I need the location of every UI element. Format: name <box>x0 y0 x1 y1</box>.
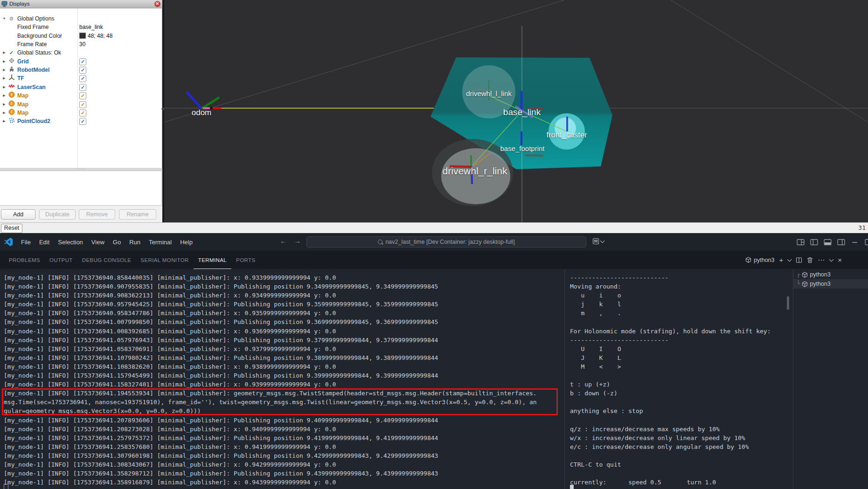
visibility-checkbox[interactable]: ✓ <box>79 67 86 74</box>
new-terminal-icon[interactable]: + <box>779 256 783 263</box>
tab-serial-monitor[interactable]: SERIAL MONITOR <box>136 251 193 269</box>
visibility-checkbox[interactable]: ✓ <box>79 75 86 82</box>
menu-terminal[interactable]: Terminal <box>145 239 176 246</box>
expander-icon[interactable]: ▶ <box>2 66 7 74</box>
visibility-checkbox[interactable]: ✓ <box>79 110 86 117</box>
color-swatch <box>79 33 86 39</box>
displays-button-bar: Add Duplicate Remove Rename <box>0 206 162 222</box>
toggle-secondary-sidebar-icon[interactable] <box>837 238 845 246</box>
minimize-icon[interactable] <box>851 238 859 246</box>
svg-text:!: ! <box>11 92 12 97</box>
svg-text:!: ! <box>11 101 12 106</box>
back-icon[interactable]: ← <box>280 237 287 245</box>
menu-go[interactable]: Go <box>109 239 125 246</box>
menu-file[interactable]: File <box>17 239 35 246</box>
tree-row-global-options[interactable]: ▼ ⚙ Global Options <box>0 14 162 23</box>
terminal-area: [my_node-1] [INFO] [1753736940.858440035… <box>0 269 868 489</box>
close-icon[interactable]: ✕ <box>154 1 160 7</box>
launch-profile-chevron-icon[interactable] <box>787 257 792 262</box>
panel-tabs-row: PROBLEMS OUTPUT DEBUG CONSOLE SERIAL MON… <box>0 251 868 269</box>
expander-icon[interactable]: ▶ <box>2 74 7 83</box>
menu-selection[interactable]: Selection <box>54 239 87 246</box>
visibility-checkbox[interactable]: ✓ <box>79 101 86 108</box>
customize-layout-icon[interactable] <box>797 238 805 246</box>
menu-run[interactable]: Run <box>125 239 145 246</box>
expander-icon[interactable]: ▶ <box>2 48 7 57</box>
tab-terminal[interactable]: TERMINAL <box>194 251 231 269</box>
expander-icon[interactable]: ▶ <box>2 91 7 100</box>
warning-icon: ! <box>8 91 15 100</box>
command-center-search[interactable]: nav2_last_time [Dev Container: jazzy des… <box>306 236 586 248</box>
maximize-icon[interactable] <box>864 238 868 246</box>
rviz-bottom-strip: Reset 31 <box>0 222 868 233</box>
reset-button[interactable]: Reset <box>1 224 22 233</box>
tree-branch-icon: └ <box>797 281 800 287</box>
tree-row-robotmodel[interactable]: ▶ RobotModel ✓ <box>0 66 162 74</box>
expander-icon[interactable]: ▶ <box>2 83 7 91</box>
active-shell[interactable]: python3 <box>745 257 774 263</box>
terminal-toolbar: python3 + ⋯ × <box>745 251 842 269</box>
terminal-list-divider[interactable] <box>793 269 793 489</box>
vscode-titlebar: File Edit Selection View Go Run Terminal… <box>0 233 868 251</box>
terminal-pane-divider[interactable] <box>564 269 565 489</box>
displays-panel-titlebar[interactable]: Displays ✕ <box>0 0 162 8</box>
tree-row-fixed-frame[interactable]: Fixed Frame base_link <box>0 23 162 31</box>
background-color-value[interactable]: 48; 48; 48 <box>79 32 112 40</box>
terminal-list-item[interactable]: ┌ python3 <box>793 270 868 279</box>
menu-view[interactable]: View <box>87 239 109 246</box>
frame-rate-value[interactable]: 30 <box>79 40 85 48</box>
expander-icon[interactable]: ▶ <box>2 117 7 125</box>
terminal-cube-icon <box>745 257 751 263</box>
tree-row-frame-rate[interactable]: Frame Rate 30 <box>0 40 162 48</box>
duplicate-button[interactable]: Duplicate <box>39 209 76 220</box>
tree-row-map-3[interactable]: ▶ ! Map ✓ <box>0 109 162 117</box>
tree-row-map-1[interactable]: ▶ ! Map ✓ <box>0 91 162 100</box>
more-actions-icon[interactable]: ⋯ <box>818 256 825 263</box>
kill-terminal-trash-icon[interactable] <box>807 257 813 263</box>
tree-row-pointcloud2[interactable]: ▶ PointCloud2 ✓ <box>0 117 162 125</box>
hide-panel-chevron-icon[interactable] <box>829 257 834 262</box>
manage-layouts-icon[interactable] <box>592 238 604 245</box>
tab-output[interactable]: OUTPUT <box>45 251 77 269</box>
tf-axis <box>525 155 543 156</box>
terminal-log-output[interactable]: [my_node-1] [INFO] [1753736940.858440035… <box>4 273 558 487</box>
svg-text:!: ! <box>11 110 12 114</box>
visibility-checkbox[interactable]: ✓ <box>79 84 86 91</box>
visibility-checkbox[interactable]: ✓ <box>79 92 86 99</box>
displays-tree[interactable]: ▼ ⚙ Global Options Fixed Frame base_link… <box>0 8 162 168</box>
terminal-list-item-selected[interactable]: └ python3 <box>793 279 868 289</box>
menu-help[interactable]: Help <box>176 239 197 246</box>
vscode-logo-icon[interactable] <box>4 237 13 248</box>
split-terminal-icon[interactable] <box>796 257 802 263</box>
tree-row-background-color[interactable]: Background Color 48; 48; 48 <box>0 32 162 40</box>
expander-icon[interactable]: ▶ <box>2 57 7 66</box>
visibility-checkbox[interactable]: ✓ <box>79 58 86 65</box>
toggle-panel-icon[interactable] <box>824 238 832 246</box>
close-panel-icon[interactable]: × <box>838 256 842 263</box>
tree-row-grid[interactable]: ▶ Grid ✓ <box>0 57 162 66</box>
toggle-sidebar-icon[interactable] <box>810 238 818 246</box>
fixed-frame-value[interactable]: base_link <box>79 23 103 31</box>
tree-row-map-2[interactable]: ▶ ! Map ✓ <box>0 100 162 109</box>
grid-diagonal-line <box>671 0 868 122</box>
tab-debug-console[interactable]: DEBUG CONSOLE <box>77 251 136 269</box>
scrollbar-thumb[interactable] <box>787 296 789 310</box>
expander-icon[interactable]: ▶ <box>2 109 7 117</box>
tab-problems[interactable]: PROBLEMS <box>4 251 45 269</box>
expander-open-icon[interactable]: ▼ <box>2 14 7 23</box>
tree-row-laserscan[interactable]: ▶ LaserScan ✓ <box>0 83 162 91</box>
menu-bar: File Edit Selection View Go Run Terminal… <box>17 233 197 251</box>
remove-button[interactable]: Remove <box>79 209 115 220</box>
tree-row-tf[interactable]: ▶ TF ✓ <box>0 74 162 83</box>
panel-collapse-icon[interactable]: ◀ <box>161 106 164 111</box>
expander-icon[interactable]: ▶ <box>2 100 7 109</box>
teleop-help-output[interactable]: --------------------------- Moving aroun… <box>570 273 771 487</box>
forward-icon[interactable]: → <box>294 237 301 245</box>
tab-ports[interactable]: PORTS <box>231 251 260 269</box>
tree-row-global-status[interactable]: ▶ ✓ Global Status: Ok <box>0 48 162 57</box>
highlight-annotation-box <box>2 388 558 415</box>
rename-button[interactable]: Rename <box>119 209 156 220</box>
menu-edit[interactable]: Edit <box>35 239 54 246</box>
add-button[interactable]: Add <box>1 209 35 220</box>
visibility-checkbox[interactable]: ✓ <box>79 118 86 125</box>
